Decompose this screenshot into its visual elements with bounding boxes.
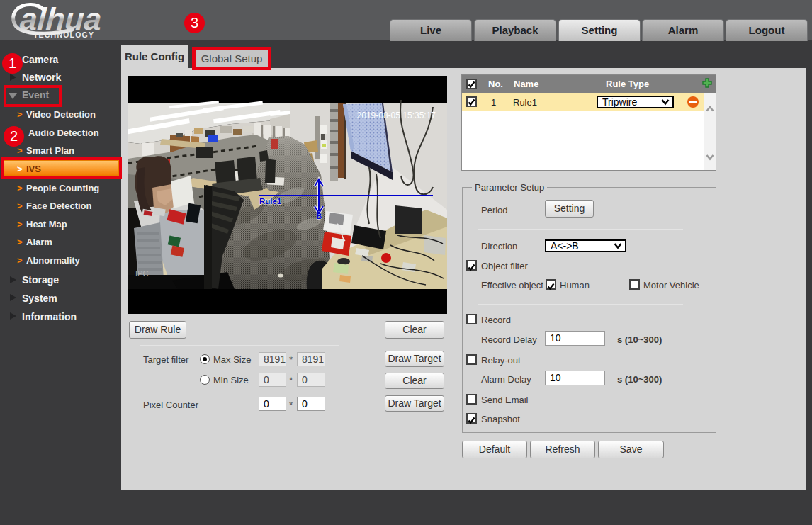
svg-text:IPC: IPC — [135, 269, 148, 278]
svg-text:Rule1: Rule1 — [259, 197, 282, 205]
svg-text:2019-08-05 15:35:17: 2019-08-05 15:35:17 — [357, 111, 436, 120]
svg-text:TECHNOLOGY: TECHNOLOGY — [33, 30, 94, 39]
svg-text:B: B — [317, 213, 322, 220]
